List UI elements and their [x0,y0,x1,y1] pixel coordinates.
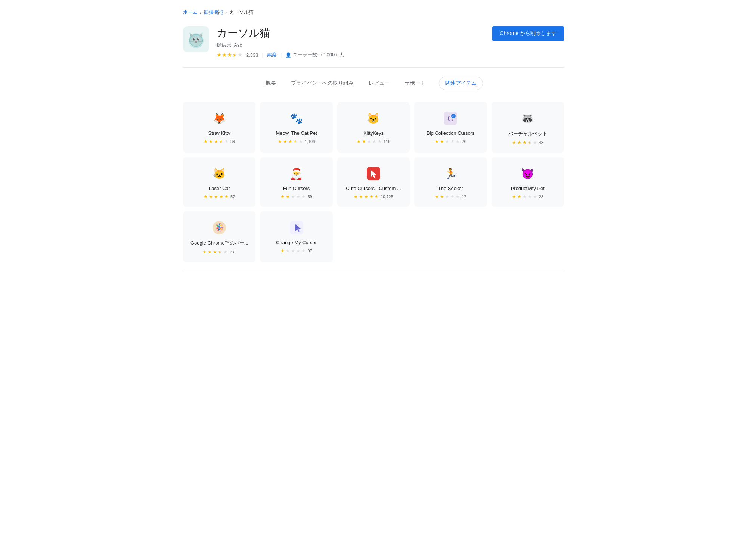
card-name-stray-kitty: Stray Kitty [208,130,230,136]
card-laser-cat[interactable]: 🐱 Laser Cat ★★★★★ 57 [183,157,255,207]
star-full: ★ [280,194,285,199]
svg-text:🪅: 🪅 [214,222,225,232]
card-rating-the-seeker: ★★★★★ 17 [435,194,466,199]
card-change-my-cursor[interactable]: Change My Cursor ★★★★★ 97 [260,211,332,262]
star-full: ★ [208,249,212,255]
star-4: ★ [232,52,237,58]
star-empty: ★ [301,194,306,199]
breadcrumb-extensions[interactable]: 拡張機能 [204,9,223,16]
card-icon-the-seeker: 🏃 [441,165,459,183]
card-virtual-pet[interactable]: 🦝 バーチャルペット ★★★★★ 48 [492,102,564,153]
star-empty: ★ [445,139,449,144]
breadcrumb-current: カーソル猫 [229,9,254,16]
star-full: ★ [219,194,223,199]
card-name-change-my-cursor: Change My Cursor [276,240,317,245]
card-fun-cursors[interactable]: 🎅 Fun Cursors ★★★★★ 59 [260,157,332,207]
card-rating-meow-cat-pet: ★★★★★ 1,106 [278,139,315,144]
star-empty: ★ [456,139,460,144]
breadcrumb-sep1: › [200,10,201,15]
star-full: ★ [359,194,363,199]
card-rating-big-collection-cursors: ★★★★★ 26 [435,139,466,144]
install-button[interactable]: Chrome から削除します [492,26,564,41]
star-half: ★ [294,139,298,144]
card-rating-cute-cursors: ★★★★★ 10,725 [354,194,393,199]
star-full: ★ [517,140,521,145]
card-count-big-collection-cursors: 26 [462,139,466,144]
star-1: ★ [217,52,221,58]
card-icon-change-my-cursor [288,219,306,237]
star-full: ★ [224,194,229,199]
card-icon-productivity-pet: 😈 [519,165,537,183]
star-full: ★ [364,194,368,199]
star-full: ★ [286,194,290,199]
star-full: ★ [202,249,207,255]
star-empty: ★ [533,194,537,199]
card-icon-big-collection-cursors: C✓ [441,109,459,127]
card-rating-fun-cursors: ★★★★★ 59 [280,194,312,199]
star-empty: ★ [296,248,300,253]
card-name-big-collection-cursors: Big Collection Cursors [427,130,475,136]
card-stray-kitty[interactable]: 🦊 Stray Kitty ★★★★★ 39 [183,102,255,153]
star-empty: ★ [445,194,449,199]
star-full: ★ [435,139,439,144]
star-half: ★ [219,139,223,144]
tab-privacy[interactable]: プライバシーへの取り組み [289,77,355,90]
star-full: ★ [213,249,217,255]
breadcrumb-home[interactable]: ホーム [183,9,198,16]
meta-divider2: | [280,52,282,58]
star-empty: ★ [450,139,455,144]
star-full: ★ [369,194,374,199]
tab-overview[interactable]: 概要 [264,77,278,90]
related-grid-row1: 🦊 Stray Kitty ★★★★★ 39 🐾 Meow, The Cat P… [183,102,564,153]
star-empty: ★ [367,139,371,144]
card-count-cute-cursors: 10,725 [381,195,393,199]
card-kittykeys[interactable]: 🐱 KittyKeys ★★★★★ 116 [337,102,410,153]
star-full: ★ [517,194,521,199]
card-rating-change-my-cursor: ★★★★★ 97 [280,248,312,253]
related-grid-row3: 🪅 Google Chrome™のバー... ★★★★★ 231 Change … [183,211,564,262]
card-name-cute-cursors: Cute Cursors - Custom ... [346,186,401,191]
star-empty: ★ [301,248,306,253]
star-full: ★ [204,139,208,144]
svg-point-10 [198,38,199,39]
star-full: ★ [280,248,285,253]
star-full: ★ [283,139,287,144]
star-empty: ★ [223,249,227,255]
card-productivity-pet[interactable]: 😈 Productivity Pet ★★★★★ 28 [492,157,564,207]
tab-support[interactable]: サポート [403,77,427,90]
svg-point-8 [197,38,199,41]
card-google-chrome-bar[interactable]: 🪅 Google Chrome™のバー... ★★★★★ 231 [183,211,255,262]
star-full: ★ [354,194,358,199]
star-full: ★ [512,140,516,145]
card-big-collection-cursors[interactable]: C✓ Big Collection Cursors ★★★★★ 26 [414,102,487,153]
star-empty: ★ [456,194,460,199]
card-icon-cute-cursors [365,165,382,183]
star-full: ★ [435,194,439,199]
extension-category[interactable]: 娯楽 [267,52,277,58]
star-empty: ★ [528,194,532,199]
extension-stars: ★ ★ ★ ★ ★ [217,52,242,58]
card-name-google-chrome-bar: Google Chrome™のバー... [190,240,248,246]
card-cute-cursors[interactable]: Cute Cursors - Custom ... ★★★★★ 10,725 [337,157,410,207]
card-rating-kittykeys: ★★★★★ 116 [357,139,390,144]
card-count-kittykeys: 116 [384,139,390,144]
card-icon-google-chrome-bar: 🪅 [210,219,228,237]
star-empty: ★ [533,140,537,145]
tab-related[interactable]: 関連アイテム [439,77,483,90]
tab-reviews[interactable]: レビュー [367,77,391,90]
card-count-google-chrome-bar: 231 [229,250,236,254]
card-count-meow-cat-pet: 1,106 [305,139,315,144]
star-half: ★ [528,140,532,145]
card-rating-laser-cat: ★★★★★ 57 [204,194,235,199]
card-meow-cat-pet[interactable]: 🐾 Meow, The Cat Pet ★★★★★ 1,106 [260,102,332,153]
users-icon: 👤 [285,52,291,58]
svg-text:✓: ✓ [452,115,455,118]
card-icon-meow-cat-pet: 🐾 [288,109,306,127]
star-full: ★ [204,194,208,199]
star-full: ★ [288,139,292,144]
card-the-seeker[interactable]: 🏃 The Seeker ★★★★★ 17 [414,157,487,207]
extension-rating-count: 2,333 [246,52,258,58]
card-icon-laser-cat: 🐱 [210,165,228,183]
extension-meta: ★ ★ ★ ★ ★ 2,333 | 娯楽 | 👤 ユーザー数: 70,000+ … [217,52,344,58]
extension-icon [183,26,209,52]
